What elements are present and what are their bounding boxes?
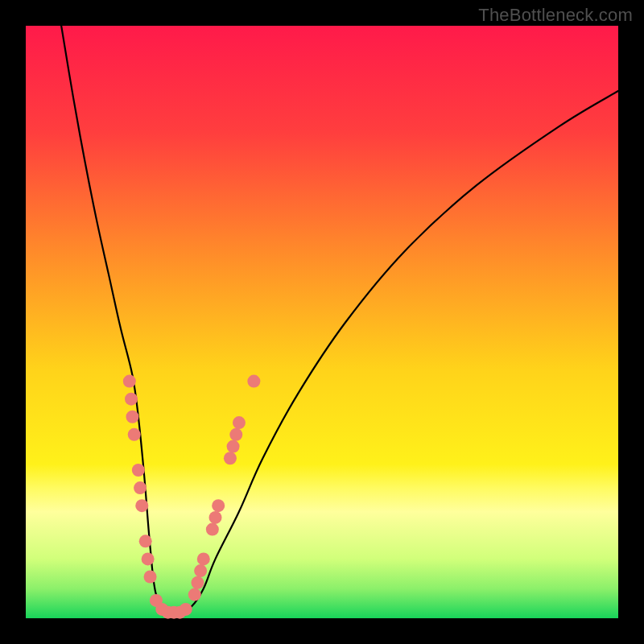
data-point [233,416,246,429]
data-point [132,464,145,477]
chart-plot-area [26,26,618,618]
data-point [125,393,138,406]
data-point [188,588,201,601]
data-point [227,440,240,453]
data-point [194,564,207,577]
chart-frame: TheBottleneck.com [0,0,644,644]
marker-layer [123,375,261,619]
chart-svg [26,26,618,618]
data-point [212,499,225,512]
data-point [139,535,152,547]
data-point [247,375,260,388]
data-point [126,411,138,423]
data-point [134,481,147,494]
data-point [142,552,155,565]
data-point [180,603,192,616]
watermark-text: TheBottleneck.com [478,5,633,26]
data-point [123,375,136,388]
data-point [209,511,222,524]
data-point [224,452,237,464]
data-point [135,499,148,512]
data-point [191,576,204,589]
data-point [197,552,210,565]
data-point [144,570,157,583]
data-point [206,523,219,536]
bottleneck-fit-curve [61,26,618,614]
data-point [229,428,242,441]
data-point [128,428,141,441]
